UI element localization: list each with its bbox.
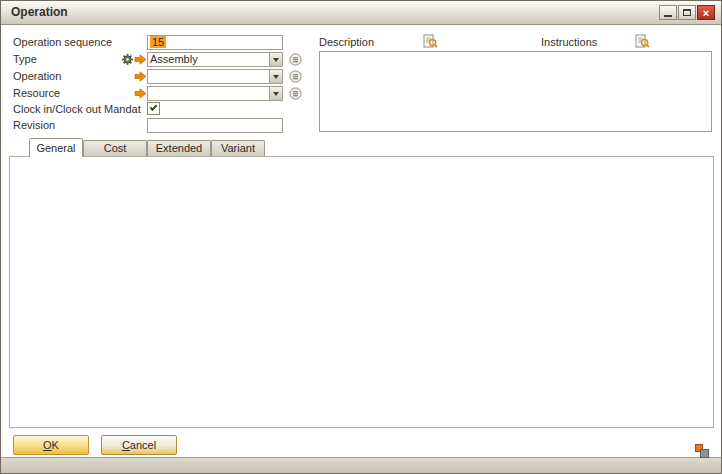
link-arrow-icon[interactable] (134, 87, 147, 100)
list-circle-icon[interactable] (289, 87, 302, 100)
revision-label: Revision (13, 118, 55, 133)
general-tab-panel (9, 156, 714, 428)
maximize-button[interactable] (678, 5, 696, 20)
tab-general[interactable]: General (29, 138, 83, 157)
list-circle-icon[interactable] (289, 70, 302, 83)
gear-icon[interactable] (121, 53, 134, 66)
revision-input[interactable] (147, 118, 283, 133)
operation-select[interactable] (147, 69, 283, 84)
type-select[interactable]: Assembly (147, 52, 283, 67)
operation-label: Operation (13, 69, 61, 84)
dropdown-arrow-icon[interactable] (269, 70, 282, 83)
link-arrow-icon[interactable] (134, 53, 147, 66)
edit-text-icon[interactable] (423, 34, 438, 49)
type-label: Type (13, 52, 37, 67)
ok-button[interactable]: OK (13, 435, 89, 455)
tab-variant[interactable]: Variant (211, 140, 265, 156)
window-bottom-edge (1, 457, 721, 473)
ok-button-label: OK (43, 436, 59, 454)
clock-mandatory-checkbox[interactable] (147, 102, 160, 115)
resource-select[interactable] (147, 86, 283, 101)
operation-dialog: Operation × Operation sequence 15 Type A… (0, 0, 722, 474)
description-label: Description (319, 35, 374, 50)
resource-label: Resource (13, 86, 60, 101)
minimize-icon (664, 15, 672, 17)
tab-cost[interactable]: Cost (83, 140, 147, 156)
operation-sequence-input[interactable]: 15 (147, 35, 283, 50)
type-select-value: Assembly (148, 53, 268, 66)
instructions-label: Instructions (541, 35, 597, 50)
clock-mandatory-label: Clock in/Clock out Mandat (13, 102, 141, 117)
operation-sequence-value: 15 (150, 36, 166, 48)
list-circle-icon[interactable] (289, 53, 302, 66)
maximize-icon (683, 9, 691, 16)
close-icon: × (703, 7, 709, 19)
window-title: Operation (11, 5, 68, 19)
cancel-button-label: Cancel (122, 436, 156, 454)
dropdown-arrow-icon[interactable] (269, 53, 282, 66)
close-button[interactable]: × (697, 5, 715, 20)
link-arrow-icon[interactable] (134, 70, 147, 83)
description-textarea[interactable] (319, 51, 712, 132)
titlebar[interactable]: Operation × (1, 1, 721, 25)
tab-extended[interactable]: Extended (147, 140, 211, 156)
minimize-button[interactable] (659, 5, 677, 20)
dropdown-arrow-icon[interactable] (269, 87, 282, 100)
operation-sequence-label: Operation sequence (13, 35, 112, 50)
cancel-button[interactable]: Cancel (101, 435, 177, 455)
resize-grip-icon[interactable] (695, 444, 709, 458)
edit-text-icon[interactable] (635, 34, 650, 49)
check-icon (150, 103, 158, 111)
